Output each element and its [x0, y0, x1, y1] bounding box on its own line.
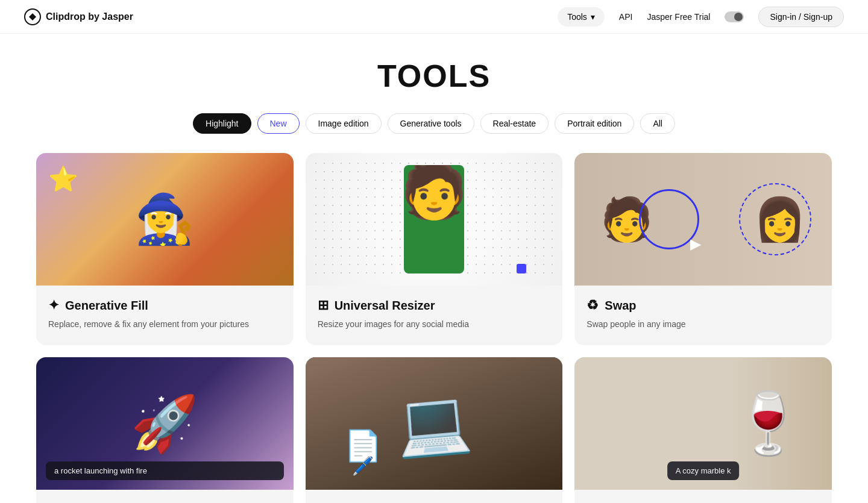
laptop-visual: 💻 📄 🖊️ [306, 357, 563, 490]
nav-right: Tools ▾ API Jasper Free Trial Sign-in / … [558, 7, 844, 27]
logo-icon [24, 8, 41, 25]
tools-grid: ✦ Generative Fill Replace, remove & fix … [36, 153, 832, 503]
tool-card-image-cleanup: 💻 📄 🖊️ [306, 357, 563, 490]
main-content: TOOLS Highlight New Image edition Genera… [12, 34, 856, 503]
tool-card-info-cleanup: ✦ Cleanup Remove objects, people, text a… [306, 490, 563, 503]
tool-title-text: Universal Resizer [335, 299, 435, 313]
tool-card-title-swap: ♻ Swap [587, 298, 820, 313]
tool-card-info-universal-resizer: ⊞ Universal Resizer Resize your images f… [306, 286, 563, 345]
logo[interactable]: Clipdrop by Jasper [24, 8, 133, 25]
tools-label: Tools [567, 12, 587, 22]
logo-text: Clipdrop by Jasper [46, 11, 133, 22]
pen-emoji: 🖊️ [351, 455, 374, 476]
tab-image-edition[interactable]: Image edition [306, 113, 382, 134]
tab-highlight[interactable]: Highlight [193, 113, 251, 134]
tool-title-text: Generative Fill [65, 299, 148, 313]
page-title: TOOLS [36, 58, 832, 94]
swap-cursor-icon: ▶ [690, 236, 701, 252]
theme-toggle[interactable] [725, 11, 744, 22]
tab-real-estate[interactable]: Real-estate [480, 113, 549, 134]
tool-card-desc-universal-resizer: Resize your images for any social media [318, 318, 551, 331]
tool-card-info-generative-fill: ✦ Generative Fill Replace, remove & fix … [36, 286, 294, 345]
swap-icon: ♻ [587, 298, 599, 313]
chevron-down-icon: ▾ [591, 12, 595, 22]
tool-card-desc-swap: Swap people in any image [587, 318, 820, 331]
tool-card-title-universal-resizer: ⊞ Universal Resizer [318, 298, 551, 313]
tab-portrait-edition[interactable]: Portrait edition [555, 113, 634, 134]
tool-card-cleanup[interactable]: 💻 📄 🖊️ ✦ Cleanup Remove objects, people,… [306, 357, 563, 503]
signin-button[interactable]: Sign-in / Sign-up [758, 7, 844, 27]
tool-card-info-stable-diffusion: ✦ Stable Diffusion XL Generate images fr… [36, 490, 294, 503]
api-link[interactable]: API [619, 12, 633, 22]
tool-card-title-generative-fill: ✦ Generative Fill [48, 298, 281, 313]
tool-card-info-swap: ♻ Swap Swap people in any image [574, 286, 832, 345]
tool-card-image-universal-resizer [306, 153, 563, 286]
resizer-visual [306, 153, 563, 286]
generative-fill-icon: ✦ [48, 298, 59, 313]
swap-visual: 🧑 👩 ▶ [574, 153, 832, 286]
tools-dropdown-button[interactable]: Tools ▾ [558, 7, 605, 27]
navbar: Clipdrop by Jasper Tools ▾ API Jasper Fr… [0, 0, 868, 34]
tab-new[interactable]: New [257, 113, 300, 134]
tool-card-desc-generative-fill: Replace, remove & fix any element from y… [48, 318, 281, 331]
tab-all[interactable]: All [640, 113, 675, 134]
tool-card-generative-fill[interactable]: ✦ Generative Fill Replace, remove & fix … [36, 153, 294, 345]
trial-link[interactable]: Jasper Free Trial [647, 12, 710, 22]
tool-card-image-stable-diffusion: a rocket launching with fire [36, 357, 294, 490]
tool-card-image-generative-fill [36, 153, 294, 286]
resizer-handle [517, 264, 526, 273]
tool-card-image-upscaler[interactable]: A cozy marble k ✦ Image Upscaler Upscale… [574, 357, 832, 503]
tool-card-universal-resizer[interactable]: ⊞ Universal Resizer Resize your images f… [306, 153, 563, 345]
universal-resizer-icon: ⊞ [318, 298, 329, 313]
laptop-emoji: 💻 [394, 385, 475, 462]
tool-card-image-swap: 🧑 👩 ▶ [574, 153, 832, 286]
prompt-overlay-rocket: a rocket launching with fire [46, 461, 284, 480]
tool-card-info-upscaler: ✦ Image Upscaler Upscale your images by … [574, 490, 832, 503]
prompt-overlay-bottle: A cozy marble k [667, 461, 740, 480]
resizer-person [404, 165, 464, 273]
tool-card-image-upscaler: A cozy marble k [574, 357, 832, 490]
filter-tabs: Highlight New Image edition Generative t… [36, 113, 832, 134]
tool-card-swap[interactable]: 🧑 👩 ▶ ♻ Swap Swap people in any image [574, 153, 832, 345]
tool-title-text: Swap [605, 299, 636, 313]
tab-generative-tools[interactable]: Generative tools [388, 113, 474, 134]
swap-dashed-circle [739, 183, 811, 255]
tool-card-stable-diffusion[interactable]: a rocket launching with fire ✦ Stable Di… [36, 357, 294, 503]
